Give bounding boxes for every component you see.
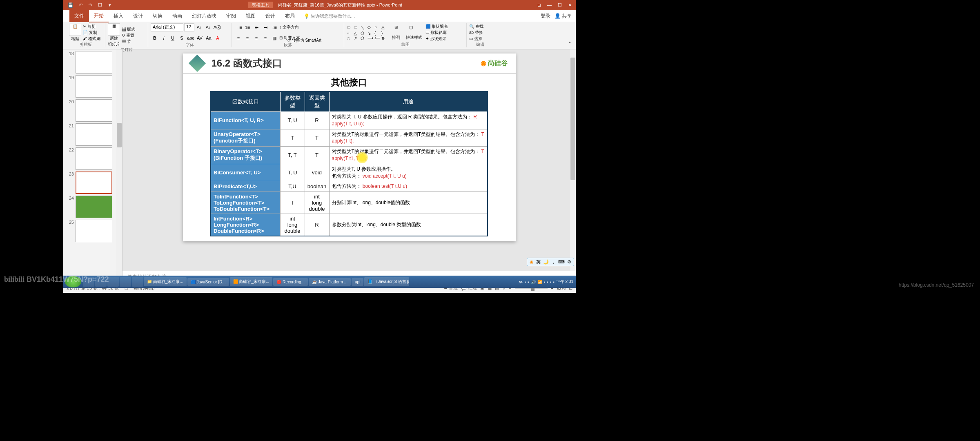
ime-punct-icon[interactable]: ， (551, 259, 556, 265)
shape-fill-button[interactable]: 🟦 形状填充 (425, 23, 448, 29)
tray-icon[interactable]: ▪ (528, 280, 529, 284)
justify-icon[interactable]: ≡ (261, 34, 270, 42)
shapes-gallery[interactable]: ▭▭＼◇○△ ○△⬠↘{} ☆↗⬡⟶⟵⇅ (347, 25, 388, 40)
login-button[interactable]: 登录 (541, 13, 550, 20)
taskbar-task[interactable]: 🔴 Recording... (273, 278, 308, 286)
align-right-icon[interactable]: ≡ (252, 34, 261, 42)
arrange-button[interactable]: 排列 (391, 35, 401, 40)
new-slide-icon[interactable]: ▦ (108, 23, 120, 36)
tray-icon[interactable]: ▪ (524, 280, 526, 284)
char-space-icon[interactable]: AV (196, 34, 204, 42)
pinned-app-5[interactable] (132, 277, 143, 287)
font-color-icon[interactable]: A (214, 34, 222, 42)
shadow-icon[interactable]: S (178, 34, 186, 42)
reset-button[interactable]: ↻ 重置 (122, 32, 135, 38)
line-spacing-icon[interactable]: ↕≡ (270, 23, 278, 31)
thumbnail-20[interactable]: 20 (66, 99, 120, 122)
quick-styles-button[interactable]: 快速样式 (406, 35, 422, 40)
tab-view[interactable]: 视图 (241, 10, 261, 22)
clear-format-icon[interactable]: Aⓧ (213, 23, 221, 31)
tray-icon[interactable]: ▪ (550, 280, 552, 284)
thumbnail-22[interactable]: 22 (66, 147, 120, 170)
thumbnail-18[interactable]: 18 (66, 51, 120, 74)
arrange-icon[interactable]: ⊞ (391, 25, 401, 35)
taskbar-task[interactable]: 📘 《JavaScript 语言参考...》 (364, 277, 409, 286)
format-painter-button[interactable]: 🖌 格式刷 (83, 36, 100, 42)
find-button[interactable]: 🔍 查找 (469, 23, 491, 29)
ime-moon-icon[interactable]: 🌙 (543, 259, 549, 265)
tray-icon[interactable]: ▪ (544, 280, 546, 284)
indent-icon[interactable]: ⇥ (261, 23, 270, 31)
tray-icon[interactable]: ▪ (547, 280, 548, 284)
taskbar-task[interactable]: 🟦 JavaSenior [D... (187, 278, 229, 286)
strike-icon[interactable]: abc (187, 34, 195, 42)
ribbon-options-icon[interactable]: ⊡ (537, 2, 541, 8)
replace-button[interactable]: ab 替换 (469, 29, 491, 36)
font-size-input[interactable]: 12 (184, 23, 194, 31)
tab-transitions[interactable]: 切换 (148, 10, 167, 22)
section-button[interactable]: ▤ 节 (122, 38, 135, 45)
tray-network-icon[interactable]: 📶 (537, 280, 542, 284)
quick-styles-icon[interactable]: ▢ (406, 25, 416, 35)
tab-insert[interactable]: 插入 (109, 10, 128, 22)
taskbar-task[interactable]: ☕ Java Platform ... (309, 278, 351, 286)
tab-animations[interactable]: 动画 (167, 10, 187, 22)
tab-file[interactable]: 文件 (69, 10, 89, 22)
align-center-icon[interactable]: ≡ (243, 34, 252, 42)
slide[interactable]: 16.2 函数式接口 尚硅谷 其他接口 函数式接口 参数类型 返回类型 用途 (183, 53, 516, 241)
thumbnail-21[interactable]: 21 (66, 123, 120, 146)
outdent-icon[interactable]: ⇤ (252, 23, 261, 31)
shape-effects-button[interactable]: ✦ 形状效果 (425, 36, 448, 42)
select-button[interactable]: ▭ 选择 (469, 36, 491, 42)
bold-icon[interactable]: B (151, 34, 159, 42)
tab-table-design[interactable]: 设计 (261, 10, 280, 22)
align-left-icon[interactable]: ≡ (234, 34, 243, 42)
thumbnail-19[interactable]: 19 (66, 75, 120, 98)
ime-keyboard-icon[interactable]: ⌨ (558, 259, 565, 265)
copy-button[interactable]: 📄 复制 (83, 29, 100, 36)
taskbar-task[interactable]: 📁 尚硅谷_宋红康... (144, 277, 187, 286)
case-icon[interactable]: Aa (205, 34, 213, 42)
tray-expand-icon[interactable]: ≫ (519, 280, 523, 284)
shape-outline-button[interactable]: ▭ 形状轮廓 (425, 29, 448, 36)
save-icon[interactable]: 💾 (67, 2, 74, 9)
new-slide-button[interactable]: 新建 幻灯片 (108, 36, 120, 47)
paste-icon[interactable]: 📋 (69, 24, 81, 36)
ime-settings-icon[interactable]: ⚙ (567, 259, 571, 265)
redo-icon[interactable]: ↷ (87, 2, 94, 9)
layout-button[interactable]: ▦ 版式 (122, 26, 135, 32)
canvas-scrollbar[interactable] (570, 49, 576, 271)
tray-icon[interactable]: ▪ (553, 280, 555, 284)
bullets-icon[interactable]: ⋮≡ (234, 23, 243, 31)
collapse-ribbon-icon[interactable]: ˄ (567, 40, 572, 47)
taskbar-task[interactable]: 🟧 尚硅谷_宋红康... (230, 277, 273, 286)
pinned-app-4[interactable] (120, 277, 131, 287)
font-name-input[interactable]: Arial (正文) (151, 23, 183, 31)
thumbnail-24[interactable]: 24 (66, 196, 120, 218)
slide-canvas[interactable]: 16.2 函数式接口 尚硅谷 其他接口 函数式接口 参数类型 返回类型 用途 (122, 49, 576, 271)
tab-review[interactable]: 审阅 (221, 10, 241, 22)
tray-volume-icon[interactable]: 🔊 (531, 280, 536, 284)
text-direction-button[interactable]: ↕ 文字方向 (279, 24, 299, 30)
tell-me-input[interactable]: 💡 告诉我您想要做什么... (304, 13, 355, 19)
underline-icon[interactable]: U (169, 34, 177, 42)
ime-bar[interactable]: ◉ 英 🌙 ， ⌨ ⚙ (527, 258, 574, 266)
ime-lang[interactable]: 英 (536, 259, 541, 265)
shrink-font-icon[interactable]: A↓ (204, 23, 212, 31)
touch-icon[interactable]: ☐ (97, 2, 103, 9)
smartart-button[interactable]: ⟳ 转换为 SmartArt (287, 38, 321, 43)
taskbar-task[interactable]: api (352, 278, 363, 286)
minimize-icon[interactable]: — (547, 2, 552, 8)
interface-table[interactable]: 函数式接口 参数类型 返回类型 用途 BiFunction<T, U, R> T… (210, 91, 488, 236)
pinned-app-3[interactable] (107, 277, 119, 287)
tab-home[interactable]: 开始 (89, 10, 109, 22)
thumbnail-23[interactable]: 23 (66, 172, 120, 194)
columns-icon[interactable]: ▥ (270, 34, 278, 42)
cut-button[interactable]: ✂ 剪切 (83, 23, 100, 29)
share-button[interactable]: 👤 共享 (555, 13, 572, 20)
thumbnail-25[interactable]: 25 (66, 220, 120, 242)
tab-table-layout[interactable]: 布局 (280, 10, 300, 22)
slide-panel[interactable]: 18 19 20 21 22 23 24 25 (63, 49, 122, 283)
undo-icon[interactable]: ↶ (77, 2, 84, 9)
thumbnails-scrollbar[interactable] (116, 49, 122, 283)
